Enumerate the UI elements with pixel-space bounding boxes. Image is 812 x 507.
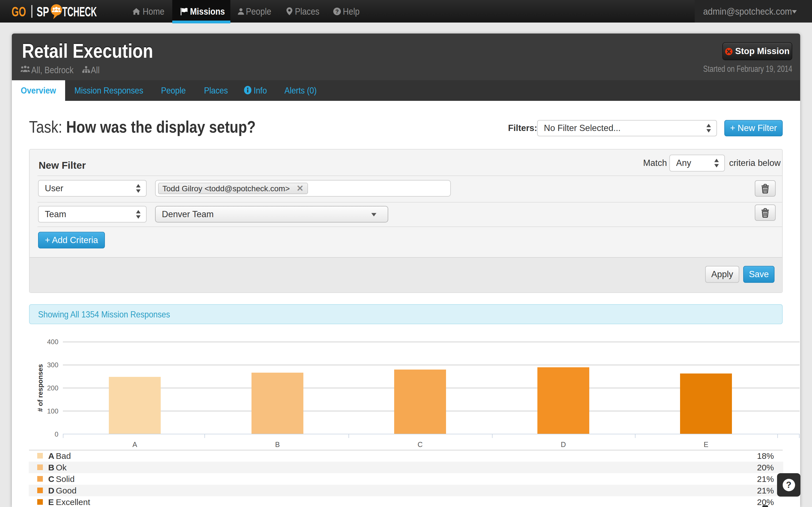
- svg-text:400: 400: [47, 338, 58, 346]
- svg-text:E: E: [704, 441, 709, 448]
- svg-text:?: ?: [336, 8, 339, 15]
- svg-text:200: 200: [47, 384, 58, 392]
- svg-text:100: 100: [47, 407, 58, 415]
- svg-text:300: 300: [47, 361, 58, 369]
- svg-text:D: D: [561, 441, 566, 448]
- svg-text:# of responses: # of responses: [36, 364, 44, 411]
- svg-text:A: A: [133, 441, 137, 448]
- svg-text:B: B: [275, 441, 280, 448]
- svg-text:C: C: [417, 441, 423, 448]
- svg-text:0: 0: [55, 431, 58, 438]
